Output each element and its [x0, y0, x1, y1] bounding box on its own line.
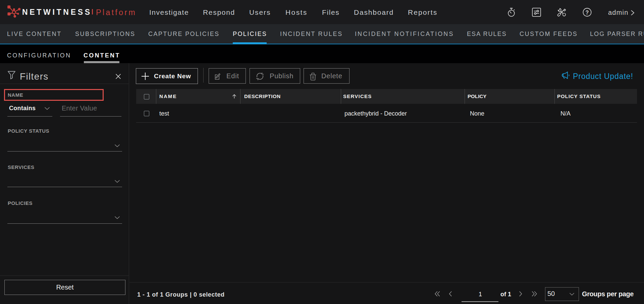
svg-text:?: ?: [586, 10, 589, 15]
